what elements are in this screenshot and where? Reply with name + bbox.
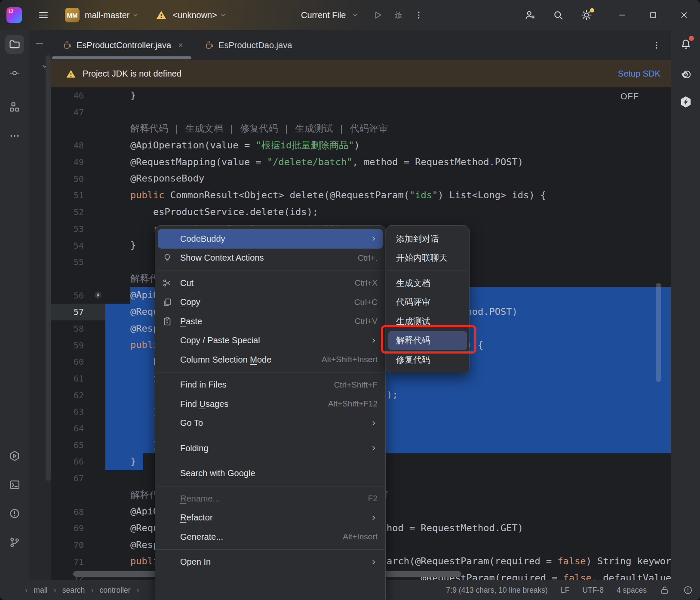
file-encoding[interactable]: UTF-8 — [582, 586, 604, 595]
menu-item[interactable]: Show Context ActionsCtrl+. — [155, 249, 385, 268]
line-number[interactable]: 63 — [51, 403, 105, 420]
minimize-button[interactable] — [612, 5, 632, 25]
menu-item[interactable]: Folding — [155, 439, 385, 458]
run-button[interactable] — [369, 6, 386, 24]
menu-item[interactable]: CutCtrl+X — [155, 274, 385, 293]
menu-item[interactable]: 添加到对话 — [386, 229, 469, 249]
menu-item[interactable]: Copy / Paste Special — [155, 331, 385, 351]
line-number[interactable] — [51, 271, 105, 287]
settings-gear-icon[interactable] — [578, 6, 595, 24]
line-number[interactable] — [51, 487, 105, 504]
line-number[interactable]: 46 — [51, 87, 105, 104]
line-number[interactable]: 59 — [51, 337, 105, 354]
line-number[interactable]: 48 — [51, 137, 105, 154]
ai-assistant-icon[interactable] — [676, 64, 695, 83]
menu-item[interactable]: PasteCtrl+V — [155, 312, 385, 331]
menu-item[interactable]: Find in FilesCtrl+Shift+F — [155, 375, 385, 395]
breadcrumb-item[interactable]: search — [62, 586, 85, 595]
code-text[interactable]: @ResponseBody — [105, 170, 671, 187]
vertical-scrollbar[interactable] — [656, 283, 661, 382]
inspection-status-icon[interactable] — [683, 585, 693, 595]
tab-options-icon[interactable] — [652, 30, 671, 60]
structure-tool-icon[interactable] — [5, 98, 24, 117]
line-number[interactable]: 61 — [51, 370, 105, 387]
line-number[interactable]: 50 — [51, 170, 105, 187]
menu-item[interactable]: 解释代码 — [388, 331, 467, 351]
menu-item[interactable]: Find UsagesAlt+Shift+F12 — [155, 394, 385, 414]
line-number[interactable]: 57 — [51, 304, 105, 320]
more-tool-windows-icon[interactable] — [5, 126, 24, 145]
menu-item[interactable]: CopyCtrl+C — [155, 293, 385, 312]
code-text[interactable]: @RequestMapping(value = "/delete/batch",… — [105, 154, 671, 171]
line-number[interactable]: 65 — [51, 437, 105, 453]
hide-window-icon[interactable] — [34, 40, 45, 48]
caret-position[interactable]: 7:9 (413 chars, 10 line breaks) — [446, 586, 548, 595]
line-number[interactable]: 56 — [51, 287, 105, 304]
line-number[interactable]: 67 — [51, 470, 105, 487]
line-number[interactable]: 69 — [51, 520, 105, 537]
close-button[interactable] — [674, 5, 694, 25]
menu-item[interactable]: Column Selection ModeAlt+Shift+Insert — [155, 350, 385, 369]
line-number[interactable]: 66 — [51, 453, 105, 470]
codebuddy-icon[interactable] — [676, 92, 695, 111]
line-number[interactable]: 52 — [51, 204, 105, 221]
line-number[interactable]: 58 — [51, 320, 105, 337]
setup-sdk-link[interactable]: Setup SDK — [618, 69, 660, 79]
main-menu-hamburger-icon[interactable] — [35, 6, 52, 24]
line-number[interactable]: 62 — [51, 387, 105, 403]
menu-item[interactable]: 开始内联聊天 — [386, 249, 469, 268]
indent-setting[interactable]: 4 spaces — [617, 586, 647, 595]
search-everywhere-icon[interactable] — [550, 6, 567, 24]
line-ending[interactable]: LF — [561, 586, 569, 595]
line-number[interactable]: 60 — [51, 354, 105, 370]
breadcrumb[interactable]: ›mall›search›controller› — [25, 585, 139, 595]
unlock-icon[interactable] — [660, 585, 670, 595]
commit-tool-icon[interactable] — [5, 64, 24, 83]
menu-item[interactable]: Refactor — [155, 508, 385, 528]
run-configuration[interactable]: <unknown> — [172, 10, 217, 20]
splitter-bar[interactable] — [46, 55, 51, 481]
breadcrumb-item[interactable]: controller — [100, 586, 131, 595]
code-text[interactable]: 解释代码 | 生成文档 | 修复代码 | 生成测试 | 代码评审 — [105, 120, 671, 137]
terminal-tool-icon[interactable] — [5, 475, 24, 494]
breadcrumb-item[interactable]: mall — [34, 586, 47, 595]
menu-item[interactable]: CodeBuddy — [158, 229, 383, 249]
line-number[interactable]: 54 — [51, 237, 105, 254]
menu-item[interactable]: 生成文档 — [386, 274, 469, 293]
editor-tab[interactable]: EsProductController.java — [51, 30, 193, 60]
code-with-me-icon[interactable] — [521, 6, 538, 24]
line-number[interactable]: 47 — [51, 104, 105, 121]
code-text[interactable]: @ApiOperation(value = "根据id批量删除商品") — [105, 137, 671, 154]
code-text[interactable]: esProductService.delete(ids); — [105, 204, 671, 221]
line-number[interactable]: 53 — [51, 221, 105, 237]
line-number[interactable]: 71 — [51, 553, 105, 570]
problems-tool-icon[interactable] — [5, 504, 24, 523]
menu-item[interactable]: 代码评审 — [386, 293, 469, 312]
menu-item[interactable]: Go To — [155, 414, 385, 433]
code-text[interactable]: } — [105, 87, 671, 104]
menu-item[interactable]: Generate...Alt+Insert — [155, 527, 385, 547]
debug-button[interactable] — [390, 6, 407, 24]
line-number[interactable]: 64 — [51, 420, 105, 437]
line-number[interactable] — [51, 120, 105, 137]
project-badge[interactable]: MM — [65, 8, 80, 22]
menu-item[interactable]: Search with Google — [155, 464, 385, 483]
git-branch-tool-icon[interactable] — [5, 533, 24, 552]
menu-item[interactable]: 修复代码 — [386, 350, 469, 369]
line-number[interactable]: 68 — [51, 503, 105, 520]
line-number[interactable]: 55 — [51, 254, 105, 271]
editor-tab[interactable]: EsProductDao.java — [193, 30, 301, 60]
line-number[interactable]: 51 — [51, 187, 105, 204]
menu-item[interactable]: Open In — [155, 553, 385, 572]
project-tool-icon[interactable] — [5, 35, 24, 54]
run-widget-selector[interactable]: Current File — [301, 10, 346, 20]
services-tool-icon[interactable] — [5, 446, 24, 465]
codebuddy-gutter-icon[interactable] — [93, 290, 103, 300]
more-actions-icon[interactable] — [410, 6, 427, 24]
tab-close-icon[interactable] — [177, 42, 184, 49]
line-number[interactable]: 49 — [51, 154, 105, 171]
notifications-bell-icon[interactable] — [676, 35, 695, 54]
project-name[interactable]: mall-master — [85, 10, 129, 20]
maximize-button[interactable] — [643, 5, 663, 25]
line-number[interactable]: 70 — [51, 537, 105, 554]
